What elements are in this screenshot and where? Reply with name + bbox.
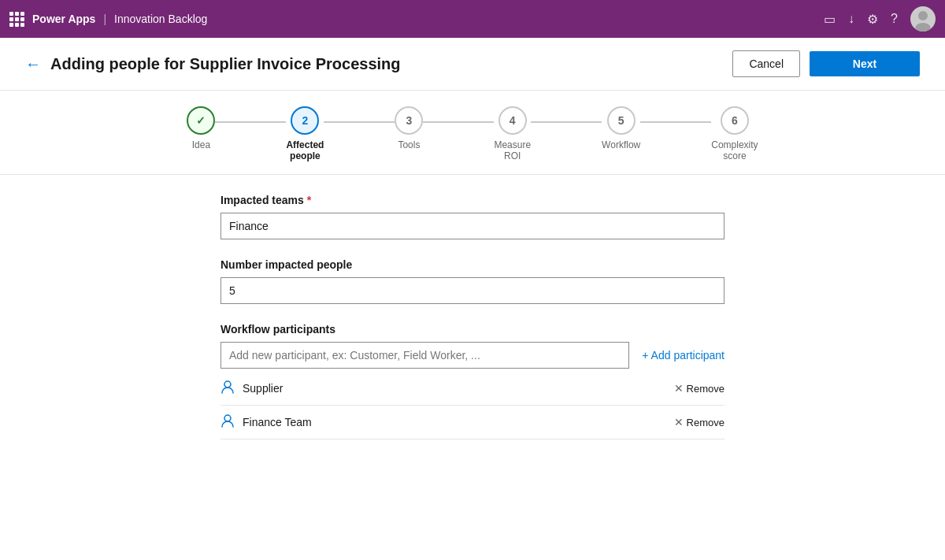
- settings-icon[interactable]: ⚙: [867, 12, 878, 27]
- workflow-participants-group: Workflow participants + Add participant …: [220, 323, 724, 439]
- page-title: Adding people for Supplier Invoice Proce…: [50, 55, 723, 73]
- workflow-participants-label: Workflow participants: [220, 323, 724, 336]
- remove-finance-team-icon: ✕: [674, 416, 684, 428]
- svg-point-1: [915, 23, 931, 32]
- participant-icon-finance-team: [220, 414, 235, 431]
- connector-4-5: [531, 121, 602, 123]
- remove-supplier-label: Remove: [687, 383, 724, 395]
- step-complexity: 6 Complexityscore: [711, 106, 758, 161]
- topbar-separator: |: [103, 13, 106, 25]
- step-tools: 3 Tools: [395, 106, 423, 150]
- download-icon[interactable]: ↓: [848, 12, 854, 26]
- number-impacted-label: Number impacted people: [220, 258, 724, 271]
- topbar: Power Apps | Innovation Backlog ▭ ↓ ⚙ ?: [0, 0, 945, 38]
- impacted-teams-group: Impacted teams*: [220, 194, 724, 239]
- avatar[interactable]: [910, 6, 936, 32]
- back-button[interactable]: ←: [25, 55, 41, 73]
- project-name: Innovation Backlog: [114, 13, 207, 25]
- form-content: Impacted teams* Number impacted people W…: [0, 175, 945, 477]
- app-name: Power Apps: [32, 13, 95, 25]
- help-icon[interactable]: ?: [891, 12, 898, 26]
- next-button[interactable]: Next: [810, 51, 920, 76]
- step-1-circle: ✓: [187, 106, 215, 135]
- step-1-label: Idea: [192, 139, 210, 150]
- step-4-circle: 4: [498, 106, 527, 135]
- step-6-circle: 6: [721, 106, 749, 135]
- remove-finance-team-button[interactable]: ✕ Remove: [674, 416, 724, 428]
- step-idea: ✓ Idea: [187, 106, 215, 150]
- participant-item-finance-team: Finance Team ✕ Remove: [220, 406, 724, 439]
- step-3-label: Tools: [398, 139, 420, 150]
- svg-point-3: [224, 415, 231, 421]
- impacted-teams-label: Impacted teams*: [220, 194, 724, 206]
- remove-finance-team-label: Remove: [687, 417, 724, 428]
- participant-item-supplier: Supplier ✕ Remove: [220, 372, 724, 406]
- required-marker: *: [307, 194, 311, 206]
- remove-supplier-button[interactable]: ✕ Remove: [674, 382, 724, 395]
- participant-name-finance-team: Finance Team: [243, 416, 666, 428]
- step-2-circle: 2: [291, 106, 319, 135]
- step-measure-roi: 4 MeasureROI: [494, 106, 531, 161]
- connector-3-4: [423, 121, 494, 123]
- add-participant-button[interactable]: + Add participant: [642, 349, 724, 362]
- step-6-label: Complexityscore: [711, 139, 758, 161]
- stepper: ✓ Idea 2 Affectedpeople 3 Tools 4 Measur…: [0, 91, 945, 175]
- step-4-label: MeasureROI: [494, 139, 531, 161]
- svg-point-2: [224, 381, 231, 388]
- step-2-label: Affectedpeople: [286, 139, 324, 161]
- remove-supplier-icon: ✕: [674, 382, 684, 395]
- monitor-icon[interactable]: ▭: [824, 12, 836, 27]
- connector-2-3: [324, 121, 395, 123]
- step-5-label: Workflow: [602, 139, 640, 150]
- number-impacted-group: Number impacted people: [220, 258, 724, 304]
- participant-icon-supplier: [220, 380, 235, 397]
- step-5-circle: 5: [607, 106, 636, 135]
- svg-point-0: [918, 11, 928, 20]
- participant-name-supplier: Supplier: [243, 382, 666, 395]
- impacted-teams-input[interactable]: [220, 213, 724, 239]
- step-3-circle: 3: [395, 106, 423, 135]
- step-workflow: 5 Workflow: [602, 106, 640, 150]
- page-header: ← Adding people for Supplier Invoice Pro…: [0, 38, 945, 91]
- connector-1-2: [215, 121, 286, 123]
- number-impacted-input[interactable]: [220, 277, 724, 304]
- connector-5-6: [640, 121, 711, 123]
- add-participant-input[interactable]: [220, 342, 629, 369]
- step-affected-people: 2 Affectedpeople: [286, 106, 324, 161]
- participant-list: Supplier ✕ Remove Finance Team ✕ Remov: [220, 372, 724, 439]
- cancel-button[interactable]: Cancel: [732, 50, 800, 77]
- grid-icon[interactable]: [9, 12, 24, 27]
